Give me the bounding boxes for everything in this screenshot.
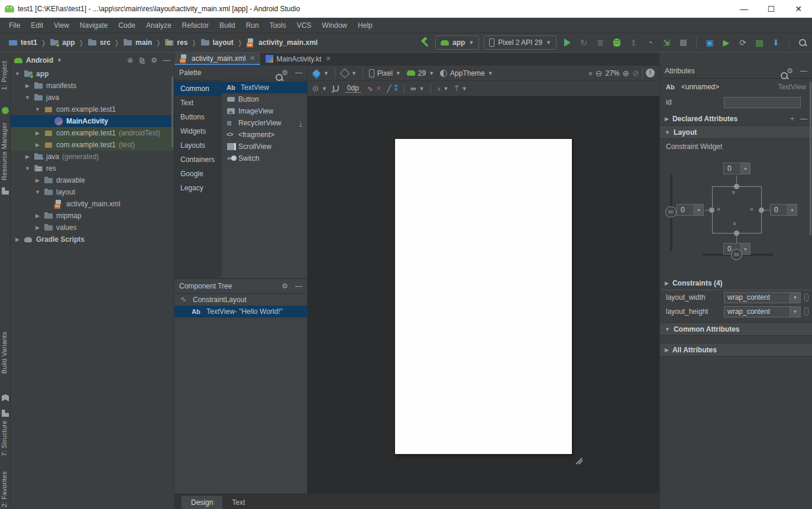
tree-chevron-icon[interactable]: ▼ (34, 189, 41, 195)
margin-left-field[interactable]: 0▼ (677, 204, 704, 216)
common-attributes-header[interactable]: Common Attributes (674, 325, 740, 333)
infer-constraints-button[interactable]: ╱⁑ (387, 85, 397, 93)
palette-item-Switch[interactable]: Switch (222, 153, 307, 164)
add-attribute-button[interactable]: + (790, 115, 794, 123)
palette-category-Containers[interactable]: Containers (174, 153, 222, 167)
palette-category-Layouts[interactable]: Layouts (174, 138, 222, 153)
tree-item-layout[interactable]: ▼layout (11, 186, 174, 198)
declared-attributes-header[interactable]: Declared Attributes (672, 115, 737, 123)
breadcrumb-item-app[interactable]: app (50, 38, 75, 47)
close-icon[interactable]: ✕ (250, 54, 255, 62)
pick-resource-button[interactable] (804, 307, 808, 316)
menu-navigate[interactable]: Navigate (75, 19, 113, 32)
chevron-right-icon[interactable]: ▶ (665, 116, 669, 122)
toolwindow-favorites[interactable]: 2: Favorites (1, 471, 8, 507)
avd-manager-icon[interactable]: ▤ (753, 36, 765, 49)
attr-select[interactable]: wrap_content▼ (724, 306, 801, 317)
close-button[interactable]: ✕ (785, 0, 812, 18)
breadcrumb-item-src[interactable]: src (88, 38, 111, 47)
chevron-right-icon[interactable]: ▶ (665, 280, 669, 286)
run-config-select[interactable]: app ▼ (435, 35, 479, 50)
tree-item-res[interactable]: ▼res (11, 163, 174, 174)
tree-chevron-icon[interactable]: ▶ (24, 154, 31, 160)
palette-category-Widgets[interactable]: Widgets (174, 124, 222, 138)
gear-icon[interactable]: ⚙ (282, 69, 288, 77)
menu-help[interactable]: Help (352, 19, 378, 32)
autoconnect-toggle[interactable] (333, 86, 339, 92)
editor-tab-MainActivity.kt[interactable]: MainActivity.kt✕ (260, 53, 336, 65)
palette-category-Text[interactable]: Text (174, 96, 222, 110)
mode-tab-Text[interactable]: Text (222, 496, 254, 509)
pick-resource-button[interactable] (804, 293, 808, 301)
palette-item-Button[interactable]: Button (222, 93, 307, 105)
toolwindow-project[interactable]: 1: Project (1, 61, 8, 90)
breadcrumb-item-layout[interactable]: layout (200, 38, 234, 47)
tree-chevron-icon[interactable]: ▼ (34, 106, 41, 112)
menu-tools[interactable]: Tools (264, 19, 292, 32)
tree-chevron-icon[interactable]: ▶ (34, 142, 41, 148)
palette-item-TextView[interactable]: AbTextView (222, 82, 307, 93)
design-mode-select[interactable]: ▼ (312, 69, 329, 77)
zoom-in-icon[interactable]: ⊕ (623, 69, 630, 78)
tree-item-Gradle Scripts[interactable]: ▶Gradle Scripts (11, 234, 174, 245)
menu-code[interactable]: Code (113, 19, 141, 32)
tree-chevron-icon[interactable]: ▼ (24, 166, 31, 171)
tree-item-MainActivity[interactable]: MainActivity (11, 115, 174, 127)
gear-icon[interactable]: ⚙ (787, 67, 793, 75)
orientation-select[interactable]: ▼ (341, 70, 357, 77)
all-attributes-header[interactable]: All Attributes (672, 346, 717, 354)
gear-icon[interactable]: ⚙ (151, 56, 157, 64)
build-hammer-icon[interactable] (420, 37, 431, 48)
menu-file[interactable]: File (4, 19, 25, 32)
palette-category-Buttons[interactable]: Buttons (174, 110, 222, 124)
device-menu[interactable]: Pixel▼ (369, 69, 401, 77)
chevron-down-icon[interactable]: ▼ (665, 326, 670, 332)
attr-select[interactable]: wrap_content▼ (724, 292, 801, 303)
align-menu[interactable]: ⫞▼ (437, 85, 449, 93)
tree-item-values[interactable]: ▶values (11, 222, 174, 234)
resource-manager-icon[interactable] (2, 107, 9, 114)
menu-run[interactable]: Run (241, 19, 264, 32)
profiler-icon[interactable]: ◔ (644, 36, 656, 49)
margin-top-field[interactable]: 0▼ (723, 163, 750, 174)
menu-build[interactable]: Build (214, 19, 241, 32)
run-anything-icon[interactable]: ▶ (720, 36, 732, 49)
locate-file-icon[interactable]: ⊕ (127, 56, 133, 64)
project-view-selector[interactable]: Android (26, 56, 53, 64)
tree-chevron-icon[interactable]: ▶ (14, 236, 21, 242)
margin-right-field[interactable]: 0▼ (770, 204, 797, 216)
tree-item-activity_main.xml[interactable]: <>activity_main.xml (11, 198, 174, 210)
clear-constraints-button[interactable]: ∿✕ (367, 85, 381, 93)
zoom-fit-icon[interactable]: ⊘ (632, 69, 639, 78)
menu-vcs[interactable]: VCS (292, 19, 317, 32)
toolwindow-resource-manager[interactable]: Resource Manager (1, 122, 8, 180)
breadcrumb-item-test1[interactable]: test1 (8, 38, 37, 47)
tree-chevron-icon[interactable]: ▶ (34, 130, 41, 136)
tree-chevron-icon[interactable]: ▶ (34, 225, 41, 231)
menu-window[interactable]: Window (316, 19, 352, 32)
tree-item-mipmap[interactable]: ▶mipmap (11, 210, 174, 222)
palette-category-Legacy[interactable]: Legacy (174, 181, 222, 195)
chevron-right-icon[interactable]: ▶ (665, 347, 669, 353)
toolwindow-structure[interactable]: 7: Structure (1, 420, 8, 456)
constraint-anchor-right[interactable] (759, 208, 764, 213)
sdk-manager-icon[interactable]: ⬇ (770, 36, 782, 49)
id-input[interactable] (724, 97, 801, 108)
design-canvas[interactable] (308, 97, 659, 494)
tree-chevron-icon[interactable]: ▶ (24, 83, 31, 89)
view-options-menu[interactable]: ⊙▼ (312, 84, 327, 93)
scrollbar[interactable] (810, 82, 811, 235)
hide-panel-icon[interactable]: — (295, 282, 302, 290)
palette-item-fragment[interactable]: <><fragment> (222, 129, 307, 141)
warnings-icon[interactable]: ! (646, 69, 655, 77)
tree-chevron-icon[interactable]: ▶ (34, 177, 41, 183)
constraint-anchor-left[interactable] (709, 208, 714, 213)
rerun-icon[interactable]: ↻ (578, 36, 590, 49)
tree-chevron-icon[interactable]: ▼ (24, 95, 31, 100)
project-structure-icon[interactable]: ▣ (704, 36, 716, 49)
vertical-bias-value[interactable]: 50 (665, 206, 677, 218)
chevron-down-icon[interactable]: ▼ (57, 57, 62, 63)
debug-button[interactable] (611, 36, 623, 49)
constraint-anchor-bottom[interactable] (734, 231, 739, 236)
editor-tab-activity_main.xml[interactable]: <>activity_main.xml✕ (174, 53, 260, 65)
